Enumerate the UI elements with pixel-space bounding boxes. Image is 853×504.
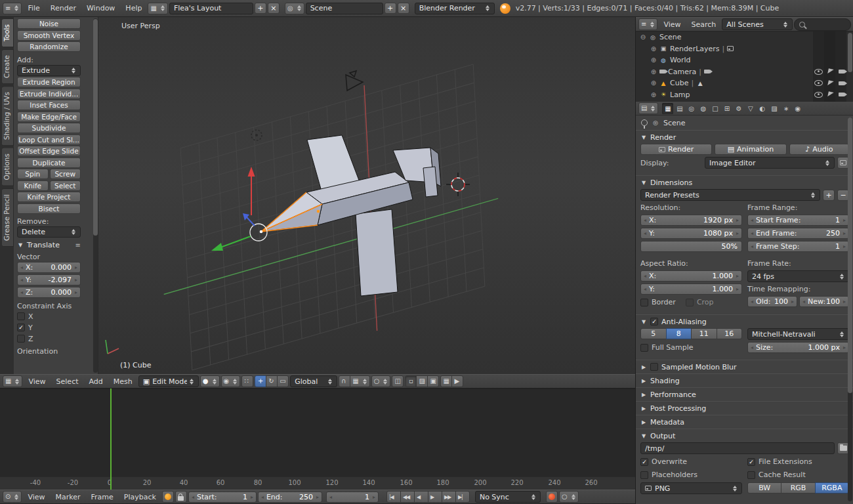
lock-time-toggle[interactable] <box>175 491 187 503</box>
play-button[interactable]: ▶ <box>428 491 442 503</box>
cursor-arrow-icon[interactable] <box>827 80 833 86</box>
toolshelf-tab-options[interactable]: Options <box>2 148 14 186</box>
collapse-icon[interactable]: ⊖ <box>640 33 646 41</box>
viewport-canvas[interactable]: User Persp (1) Cube <box>98 17 635 374</box>
decrement-arrow-icon[interactable]: ◂ <box>19 289 24 295</box>
cursor-arrow-icon[interactable] <box>827 69 833 75</box>
increment-arrow-icon[interactable]: ▸ <box>842 299 847 304</box>
increment-arrow-icon[interactable]: ▸ <box>315 494 320 500</box>
outliner-scrollbar[interactable] <box>848 33 852 98</box>
file-menu[interactable]: File <box>23 4 44 12</box>
decrement-arrow-icon[interactable]: ◂ <box>749 230 755 236</box>
start-frame-field[interactable]: ◂ Start: 1 ▸ <box>188 492 257 503</box>
jump-to-end-button[interactable]: ▶| <box>455 491 470 503</box>
tab-render-layers[interactable]: ▤ <box>674 103 685 114</box>
mesh-menu[interactable]: Mesh <box>109 377 137 386</box>
play-reverse-button[interactable]: ◀ <box>414 491 428 503</box>
properties-scrollbar[interactable] <box>848 117 852 501</box>
opengl-render-image-button[interactable]: ▦ <box>440 375 452 387</box>
next-keyframe-button[interactable]: ▶▶ <box>442 491 456 503</box>
current-frame-field[interactable]: ◂ 1 ▸ <box>326 492 379 503</box>
editor-type-button-outliner[interactable]: ≡ <box>638 18 657 30</box>
extrude-dropdown[interactable]: Extrude <box>17 65 81 76</box>
increment-arrow-icon[interactable]: ▸ <box>842 243 847 249</box>
outliner-item-lamp[interactable]: ⊕ ☀ Lamp <box>636 89 853 101</box>
constraint-z-checkbox[interactable] <box>17 335 25 343</box>
color-rgba-button[interactable]: RGBA <box>815 482 849 494</box>
tab-physics[interactable]: ◉ <box>792 103 803 114</box>
outliner-item-renderlayers[interactable]: ⊕ ▣ RenderLayers | <box>636 43 853 55</box>
file-format-dropdown[interactable]: PNG <box>640 482 742 494</box>
aa-samples-16-button[interactable]: 16 <box>717 328 743 339</box>
expand-icon[interactable]: ⊕ <box>650 68 657 75</box>
knife-select-button[interactable]: Select <box>50 180 81 191</box>
decrement-arrow-icon[interactable]: ◂ <box>642 230 648 236</box>
editor-type-button-properties[interactable]: ▤ <box>638 102 658 114</box>
increment-arrow-icon[interactable]: ▸ <box>790 299 795 304</box>
add-layout-button[interactable]: + <box>255 3 266 14</box>
remap-new-field[interactable]: ◂ New: 100 ▸ <box>799 296 849 307</box>
tab-object[interactable]: □ <box>709 103 720 114</box>
resolution-percentage-slider[interactable]: 50% <box>640 241 742 252</box>
increment-arrow-icon[interactable]: ▸ <box>842 345 847 350</box>
toolshelf-tab-tools[interactable]: Tools <box>2 18 14 47</box>
translate-manipulator-toggle[interactable]: + <box>255 375 266 387</box>
toolshelf-tab-shading-uvs[interactable]: Shading / UVs <box>2 86 14 146</box>
sync-mode-dropdown[interactable]: No Sync <box>475 491 541 503</box>
increment-arrow-icon[interactable]: ▸ <box>249 494 255 500</box>
knife-button[interactable]: Knife <box>17 180 49 191</box>
resolution-x-field[interactable]: ◂ X: 1920 px ▸ <box>640 215 742 226</box>
viewport-shading-dropdown[interactable]: ● <box>200 375 220 387</box>
extrude-individual-button[interactable]: Extrude Individ... <box>17 89 81 99</box>
decrement-arrow-icon[interactable]: ◂ <box>260 494 265 500</box>
add-scene-button[interactable]: + <box>385 3 396 14</box>
translate-y-field[interactable]: ◂ Y: -2.097 ▸ <box>17 274 81 285</box>
timeline-ruler[interactable]: -40 -20 0 20 40 60 80 100 120 140 160 18… <box>0 476 635 490</box>
start-frame-field[interactable]: ◂ Start Frame: 1 ▸ <box>747 215 849 226</box>
anti-aliasing-panel-header[interactable]: ▼ ✓ Anti-Aliasing <box>636 315 853 328</box>
render-engine-dropdown[interactable]: Blender Render <box>415 3 495 14</box>
face-select-toggle[interactable]: ▣ <box>427 375 439 387</box>
aspect-y-field[interactable]: ◂ Y: 1.000 ▸ <box>640 284 742 295</box>
shading-panel-header[interactable]: ▶ Shading <box>636 374 853 387</box>
screw-button[interactable]: Screw <box>50 169 81 179</box>
snap-toggle[interactable]: ∪ <box>339 375 350 387</box>
make-edge-face-button[interactable]: Make Edge/Face <box>17 112 81 122</box>
frame-step-field[interactable]: ◂ Frame Step: 1 ▸ <box>747 241 849 252</box>
eye-icon[interactable] <box>814 69 823 75</box>
tab-texture[interactable]: ▨ <box>768 103 780 114</box>
select-menu[interactable]: Select <box>52 377 83 386</box>
decrement-arrow-icon[interactable]: ◂ <box>749 243 755 249</box>
increment-arrow-icon[interactable]: ▸ <box>73 264 79 270</box>
tab-scene[interactable]: ◎ <box>686 103 697 114</box>
decrement-arrow-icon[interactable]: ◂ <box>749 299 755 304</box>
editor-type-button-info[interactable]: ≡ <box>3 3 22 14</box>
tab-render[interactable]: ▦ <box>662 103 673 114</box>
frame-rate-dropdown[interactable]: 24 fps <box>747 270 849 282</box>
opengl-render-anim-button[interactable]: ▶ <box>451 375 463 387</box>
edge-select-toggle[interactable]: ▨ <box>416 375 428 387</box>
render-animation-button[interactable]: ▤Animation <box>715 144 786 155</box>
screen-layout-name-field[interactable]: Flea's Layout <box>169 3 253 14</box>
aa-filter-dropdown[interactable]: Mitchell-Netravali <box>747 328 849 340</box>
placeholders-checkbox[interactable] <box>640 471 648 479</box>
eye-icon[interactable] <box>814 80 823 86</box>
increment-arrow-icon[interactable]: ▸ <box>842 217 847 223</box>
decrement-arrow-icon[interactable]: ◂ <box>642 286 648 292</box>
aspect-x-field[interactable]: ◂ X: 1.000 ▸ <box>640 270 742 282</box>
display-mode-dropdown[interactable]: Image Editor <box>705 157 835 169</box>
crop-checkbox[interactable] <box>686 299 694 306</box>
render-presets-dropdown[interactable]: Render Presets <box>640 189 820 201</box>
translate-x-field[interactable]: ◂ X: 0.000 ▸ <box>17 262 81 273</box>
toolshelf-tab-grease-pencil[interactable]: Grease Pencil <box>2 188 14 247</box>
expand-icon[interactable]: ⊕ <box>650 56 657 64</box>
sampled-motion-blur-header[interactable]: ▶ Sampled Motion Blur <box>636 360 853 373</box>
dimensions-panel-header[interactable]: ▼ Dimensions <box>636 176 853 189</box>
view-menu[interactable]: View <box>24 377 50 386</box>
increment-arrow-icon[interactable]: ▸ <box>735 286 740 292</box>
file-extensions-checkbox[interactable]: ✓ <box>747 458 755 466</box>
duplicate-button[interactable]: Duplicate <box>17 158 81 168</box>
pivot-point-dropdown[interactable]: ◉ <box>221 375 241 387</box>
noise-button[interactable]: Noise <box>17 18 81 29</box>
delete-scene-button[interactable]: × <box>398 3 409 14</box>
